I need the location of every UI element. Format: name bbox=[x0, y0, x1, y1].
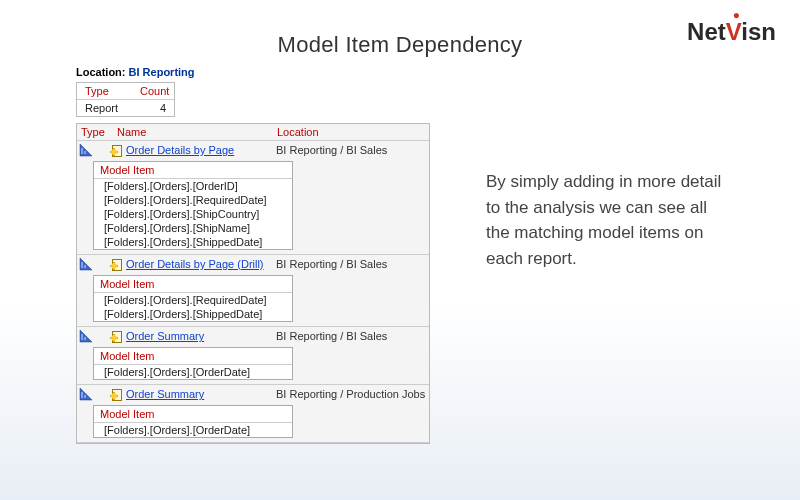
report-icon bbox=[110, 330, 124, 342]
expand-icon[interactable] bbox=[79, 387, 93, 401]
location-value: BI Reporting bbox=[129, 66, 195, 78]
model-item: [Folders].[Orders].[ShippedDate] bbox=[94, 235, 292, 249]
column-type: Type bbox=[81, 126, 117, 138]
model-item-header: Model Item bbox=[94, 348, 292, 365]
summary-header-type: Type bbox=[77, 83, 132, 99]
report-link[interactable]: Order Summary bbox=[126, 388, 276, 400]
report-row: Order Details by Page (Drill)BI Reportin… bbox=[77, 255, 429, 273]
summary-header-count: Count bbox=[132, 83, 174, 99]
report-location: BI Reporting / BI Sales bbox=[276, 330, 387, 342]
model-item-box: Model Item[Folders].[Orders].[OrderID][F… bbox=[93, 161, 293, 250]
description-text: By simply adding in more detail to the a… bbox=[486, 169, 726, 444]
report-icon bbox=[110, 388, 124, 400]
report-link[interactable]: Order Summary bbox=[126, 330, 276, 342]
expand-icon[interactable] bbox=[79, 257, 93, 271]
location-breadcrumb: Location: BI Reporting bbox=[76, 66, 800, 78]
model-item: [Folders].[Orders].[OrderID] bbox=[94, 179, 292, 193]
expand-icon[interactable] bbox=[79, 329, 93, 343]
report-panel: Type Name Location Order Details by Page… bbox=[76, 123, 430, 444]
report-row: Order SummaryBI Reporting / BI Sales bbox=[77, 327, 429, 345]
model-item-box: Model Item[Folders].[Orders].[OrderDate] bbox=[93, 347, 293, 380]
model-item-box: Model Item[Folders].[Orders].[OrderDate] bbox=[93, 405, 293, 438]
report-group: Order SummaryBI Reporting / Production J… bbox=[77, 385, 429, 443]
report-row: Order SummaryBI Reporting / Production J… bbox=[77, 385, 429, 403]
summary-count: 4 bbox=[132, 100, 174, 116]
expand-icon[interactable] bbox=[79, 143, 93, 157]
report-location: BI Reporting / BI Sales bbox=[276, 144, 387, 156]
model-item: [Folders].[Orders].[RequiredDate] bbox=[94, 293, 292, 307]
model-item: [Folders].[Orders].[ShipName] bbox=[94, 221, 292, 235]
model-item: [Folders].[Orders].[ShippedDate] bbox=[94, 307, 292, 321]
report-location: BI Reporting / Production Jobs bbox=[276, 388, 425, 400]
report-link[interactable]: Order Details by Page bbox=[126, 144, 276, 156]
model-item: [Folders].[Orders].[OrderDate] bbox=[94, 365, 292, 379]
model-item-box: Model Item[Folders].[Orders].[RequiredDa… bbox=[93, 275, 293, 322]
report-group: Order Details by Page (Drill)BI Reportin… bbox=[77, 255, 429, 327]
model-item-header: Model Item bbox=[94, 406, 292, 423]
model-item-header: Model Item bbox=[94, 276, 292, 293]
report-location: BI Reporting / BI Sales bbox=[276, 258, 387, 270]
page-title: Model Item Dependency bbox=[0, 32, 800, 58]
report-link[interactable]: Order Details by Page (Drill) bbox=[126, 258, 276, 270]
summary-type: Report bbox=[77, 100, 132, 116]
summary-table: Type Count Report 4 bbox=[76, 82, 175, 117]
column-name: Name bbox=[117, 126, 277, 138]
model-item: [Folders].[Orders].[ShipCountry] bbox=[94, 207, 292, 221]
summary-row: Report 4 bbox=[77, 99, 174, 116]
model-item: [Folders].[Orders].[OrderDate] bbox=[94, 423, 292, 437]
report-group: Order Details by PageBI Reporting / BI S… bbox=[77, 141, 429, 255]
report-group: Order SummaryBI Reporting / BI SalesMode… bbox=[77, 327, 429, 385]
model-item-header: Model Item bbox=[94, 162, 292, 179]
model-item: [Folders].[Orders].[RequiredDate] bbox=[94, 193, 292, 207]
column-location: Location bbox=[277, 126, 319, 138]
report-icon bbox=[110, 258, 124, 270]
report-header: Type Name Location bbox=[77, 124, 429, 141]
report-icon bbox=[110, 144, 124, 156]
report-row: Order Details by PageBI Reporting / BI S… bbox=[77, 141, 429, 159]
location-label: Location: bbox=[76, 66, 126, 78]
brand-logo: Net●Visn bbox=[687, 18, 776, 46]
